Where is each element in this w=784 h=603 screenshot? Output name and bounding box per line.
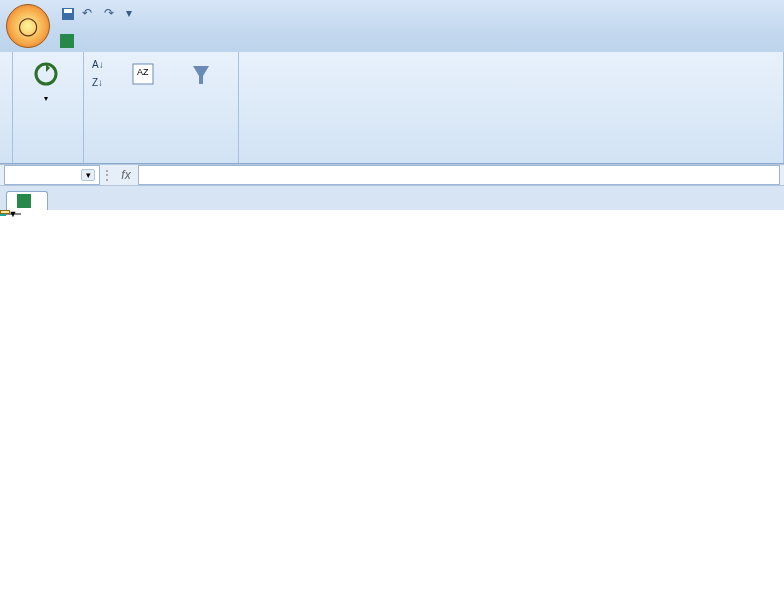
group-title-sortfilter	[90, 159, 232, 161]
group-title-connections	[19, 159, 77, 161]
group-connections: ▾	[13, 52, 84, 163]
formula-input[interactable]	[138, 165, 780, 185]
svg-text:Z↓: Z↓	[92, 77, 103, 88]
refresh-all-button[interactable]: ▾	[19, 56, 73, 106]
funnel-icon	[185, 58, 217, 90]
formula-bar-grip[interactable]: ⋮	[100, 168, 114, 182]
sort-desc-button[interactable]: Z↓	[90, 74, 112, 90]
ribbon: ▾ A↓ Z↓ AZ	[0, 52, 784, 164]
workbook-tab-bar	[0, 186, 784, 210]
group-external-data	[0, 52, 13, 163]
sort-button[interactable]: AZ	[116, 56, 170, 94]
ribbon-tabs	[0, 28, 784, 52]
office-button[interactable]: ◯	[6, 4, 50, 48]
namebox-dropdown-icon[interactable]: ▾	[81, 169, 95, 181]
excel-icon[interactable]	[60, 34, 74, 48]
qat-dropdown-icon[interactable]: ▾	[126, 6, 142, 22]
worksheet[interactable]: ▼	[0, 210, 784, 603]
sort-asc-button[interactable]: A↓	[90, 56, 112, 72]
xls-icon	[17, 194, 31, 208]
refresh-icon	[30, 58, 62, 90]
workbook-tab[interactable]	[6, 191, 48, 210]
quick-access-toolbar: ↶ ↷ ▾	[60, 6, 142, 22]
svg-rect-1	[64, 9, 72, 13]
title-bar: ◯ ↶ ↷ ▾	[0, 0, 784, 28]
group-title-datatools	[245, 159, 777, 161]
svg-text:AZ: AZ	[137, 67, 149, 77]
name-box[interactable]: ▾	[4, 165, 100, 185]
undo-icon[interactable]: ↶	[82, 6, 98, 22]
svg-text:A↓: A↓	[92, 59, 104, 70]
save-icon[interactable]	[60, 6, 76, 22]
fx-icon[interactable]: fx	[114, 168, 138, 182]
group-sort-filter: A↓ Z↓ AZ	[84, 52, 239, 163]
sort-icon: AZ	[127, 58, 159, 90]
group-data-tools	[239, 52, 784, 163]
formula-bar: ▾ ⋮ fx	[0, 164, 784, 186]
filter-button[interactable]	[174, 56, 228, 94]
validation-dropdown-list[interactable]	[0, 210, 10, 214]
redo-icon[interactable]: ↷	[104, 6, 120, 22]
